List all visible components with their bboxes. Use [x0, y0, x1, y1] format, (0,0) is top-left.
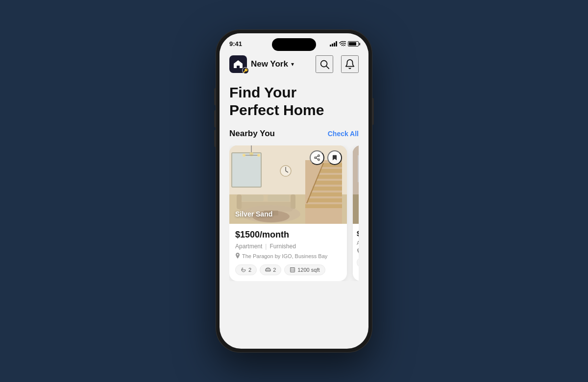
- status-icons: [330, 41, 359, 47]
- bath-count: 2: [248, 267, 251, 273]
- bell-icon: [344, 59, 355, 70]
- check-all-link[interactable]: Check All: [328, 130, 359, 138]
- svg-rect-42: [291, 268, 295, 272]
- property-meta: Apartment | Furnished: [235, 243, 341, 250]
- phone-frame: 9:41: [216, 29, 372, 353]
- svg-rect-41: [266, 269, 270, 271]
- property-address: The Paragon by IGO, Business Bay: [235, 253, 341, 260]
- area-size: 1200 sqft: [297, 267, 319, 273]
- card-actions: [310, 150, 342, 165]
- location-selector[interactable]: New York ▾: [251, 59, 294, 69]
- hero-line2: Perfect Home: [229, 101, 359, 119]
- property-name-tag: Silver Sand: [235, 210, 272, 218]
- notification-button[interactable]: [341, 55, 359, 73]
- partial-price-text: $150: [357, 230, 359, 238]
- bath-icon: [241, 267, 246, 273]
- partial-type-text: Apart: [357, 240, 359, 246]
- hero-title: Find Your Perfect Home: [229, 84, 359, 119]
- meta-divider: |: [265, 243, 267, 250]
- property-type: Apartment: [235, 243, 262, 250]
- address-text: The Paragon by IGO, Business Bay: [242, 253, 327, 259]
- svg-line-2: [326, 66, 329, 69]
- svg-point-0: [343, 46, 344, 47]
- main-content: Find Your Perfect Home Nearby You Check …: [220, 79, 368, 281]
- search-button[interactable]: [316, 55, 333, 73]
- app-header: 🔑 New York ▾: [220, 51, 368, 79]
- property-card: Silver Sand $1500/month Apartment | Furn…: [229, 145, 347, 281]
- address-pin-icon: [235, 253, 240, 260]
- svg-rect-46: [353, 194, 359, 224]
- cards-row: Silver Sand $1500/month Apartment | Furn…: [229, 145, 359, 281]
- key-badge-icon: 🔑: [242, 67, 249, 74]
- bed-count: 2: [273, 267, 276, 273]
- app-logo: 🔑: [229, 55, 247, 73]
- bookmark-button[interactable]: [327, 150, 342, 165]
- card-image: Silver Sand: [229, 145, 347, 224]
- header-actions: [316, 55, 359, 73]
- price-tag: $1500/month: [235, 230, 341, 240]
- status-time: 9:41: [229, 40, 242, 48]
- house-logo-icon: [233, 60, 243, 69]
- property-furnishing: Furnished: [270, 243, 295, 250]
- map-pin-icon: [235, 253, 240, 259]
- bookmark-icon: [331, 154, 338, 161]
- signal-icon: [330, 41, 337, 47]
- location-city: New York: [251, 59, 288, 69]
- bath-badge: 2: [235, 264, 257, 275]
- bed-icon: [265, 267, 271, 273]
- partial-bed-badge: [357, 257, 359, 268]
- battery-icon: [348, 41, 359, 47]
- section-header: Nearby You Check All: [229, 129, 359, 139]
- logo-location: 🔑 New York ▾: [229, 55, 294, 73]
- area-icon: [290, 267, 295, 273]
- svg-line-40: [316, 156, 318, 157]
- property-features: 2 2: [235, 264, 341, 275]
- share-icon: [314, 154, 320, 161]
- chevron-down-icon: ▾: [291, 61, 294, 68]
- wifi-icon: [339, 41, 346, 47]
- hero-line1: Find Your: [229, 84, 359, 101]
- card-info: $1500/month Apartment | Furnished: [229, 224, 347, 281]
- partial-room-illustration: [353, 145, 359, 224]
- partial-meta: Apart: [353, 240, 359, 246]
- svg-line-39: [316, 158, 318, 159]
- share-button[interactable]: [310, 150, 324, 165]
- partial-address: Th...: [353, 246, 359, 255]
- partial-card-image: [353, 145, 359, 224]
- bed-badge: 2: [260, 264, 281, 275]
- area-badge: 1200 sqft: [284, 264, 325, 275]
- section-title: Nearby You: [229, 129, 275, 139]
- dynamic-island: [272, 38, 316, 51]
- partial-pin-icon: [357, 248, 359, 253]
- svg-rect-45: [358, 155, 359, 182]
- phone-screen: 9:41: [220, 33, 368, 349]
- partial-price: $150: [353, 224, 359, 240]
- property-card-partial: $150 Apart Th...: [353, 145, 359, 281]
- search-icon: [319, 59, 330, 70]
